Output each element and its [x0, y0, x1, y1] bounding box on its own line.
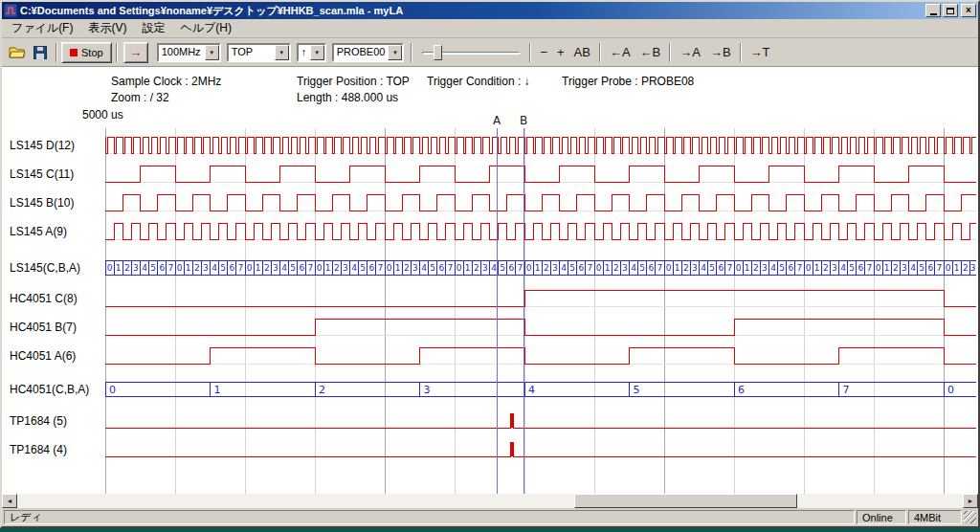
- toolbar-separator: [56, 43, 57, 62]
- ab-cursors-button[interactable]: AB: [569, 42, 595, 63]
- scroll-track[interactable]: [17, 494, 963, 508]
- dropdown-arrow-icon[interactable]: ▼: [310, 45, 324, 60]
- move-cursor-a-left-button[interactable]: ←A: [605, 42, 635, 63]
- minimize-button[interactable]: [925, 4, 941, 17]
- window-title: C:¥Documents and Settings¥noname¥デスクトップ¥…: [20, 4, 923, 18]
- svg-text:7: 7: [448, 263, 454, 273]
- probe-select[interactable]: PROBE00 ▼: [332, 43, 405, 62]
- goto-trigger-button[interactable]: →T: [746, 42, 775, 63]
- open-button[interactable]: [6, 42, 29, 63]
- toolbar-separator: [116, 43, 118, 62]
- move-cursor-b-left-button[interactable]: ←B: [635, 42, 666, 63]
- svg-text:7: 7: [727, 263, 733, 273]
- svg-text:5: 5: [709, 263, 715, 273]
- svg-text:2: 2: [963, 263, 969, 273]
- svg-text:5: 5: [569, 263, 575, 273]
- maximize-button[interactable]: [943, 4, 958, 17]
- zoom-in-button[interactable]: +: [552, 42, 569, 63]
- trigger-position-select[interactable]: TOP ▼: [227, 43, 291, 62]
- resize-grip[interactable]: [964, 511, 976, 523]
- dropdown-arrow-icon[interactable]: ▼: [388, 45, 402, 60]
- window-controls: ×: [925, 4, 976, 17]
- svg-text:7: 7: [843, 384, 850, 396]
- svg-text:5: 5: [150, 263, 156, 273]
- svg-text:3: 3: [622, 263, 628, 273]
- move-cursor-b-right-button[interactable]: →B: [705, 42, 736, 63]
- dropdown-arrow-icon[interactable]: ▼: [275, 45, 289, 60]
- svg-text:2: 2: [124, 263, 130, 273]
- svg-text:B: B: [520, 114, 527, 127]
- menu-item-view[interactable]: 表示(V): [80, 18, 134, 38]
- svg-text:2: 2: [474, 263, 479, 273]
- minimize-icon: [930, 13, 937, 15]
- menu-item-settings[interactable]: 設定: [134, 18, 172, 38]
- trigger-edge-select[interactable]: ↑ ▼: [297, 43, 326, 62]
- app-icon: [4, 4, 17, 17]
- status-memory-text: 4MBit: [914, 512, 941, 523]
- status-memory: 4MBit: [908, 510, 962, 524]
- svg-text:1: 1: [675, 263, 680, 273]
- svg-text:3: 3: [273, 263, 278, 273]
- svg-text:5: 5: [430, 263, 435, 273]
- svg-text:4: 4: [910, 263, 916, 273]
- svg-text:7: 7: [378, 263, 384, 273]
- svg-text:2: 2: [823, 263, 829, 273]
- stop-button-label: Stop: [81, 47, 103, 58]
- move-cursor-a-right-button[interactable]: →A: [675, 42, 705, 63]
- scroll-left-button[interactable]: ◄: [2, 494, 17, 508]
- svg-text:6: 6: [368, 263, 374, 273]
- svg-text:5: 5: [290, 263, 296, 273]
- titlebar[interactable]: C:¥Documents and Settings¥noname¥デスクトップ¥…: [2, 2, 978, 19]
- probe-value: PROBE00: [334, 45, 389, 60]
- svg-text:3: 3: [552, 263, 558, 273]
- svg-text:7: 7: [657, 263, 663, 273]
- svg-text:3: 3: [482, 263, 488, 273]
- status-ready-text: レディ: [10, 510, 42, 524]
- dropdown-arrow-icon[interactable]: ▼: [205, 45, 219, 60]
- svg-text:7: 7: [937, 263, 943, 273]
- open-folder-icon: [9, 46, 26, 58]
- menubar: ファイル(F) 表示(V) 設定 ヘルプ(H): [2, 19, 978, 38]
- status-online: Online: [857, 510, 906, 524]
- svg-text:4: 4: [212, 263, 217, 273]
- run-button[interactable]: →: [123, 42, 148, 63]
- svg-text:3: 3: [133, 263, 139, 273]
- svg-text:6: 6: [858, 263, 863, 273]
- save-button[interactable]: [29, 42, 52, 63]
- svg-text:6: 6: [738, 384, 745, 396]
- slider-thumb[interactable]: [434, 45, 442, 60]
- scroll-right-icon: ►: [968, 498, 974, 504]
- waveform-panel: Sample Clock : 2MHz Trigger Position : T…: [2, 67, 978, 494]
- close-icon: ×: [966, 6, 971, 15]
- svg-text:0: 0: [666, 263, 672, 273]
- svg-text:1: 1: [884, 263, 890, 273]
- stop-button[interactable]: Stop: [61, 42, 112, 63]
- scroll-thumb[interactable]: [574, 494, 797, 508]
- svg-text:0: 0: [947, 384, 954, 396]
- waveform-canvas[interactable]: 0123456701234567012345670123456701234567…: [2, 67, 978, 494]
- svg-text:0: 0: [107, 263, 113, 273]
- svg-text:0: 0: [247, 263, 253, 273]
- svg-text:1: 1: [186, 263, 191, 273]
- svg-text:6: 6: [299, 263, 304, 273]
- svg-text:2: 2: [683, 263, 689, 273]
- svg-text:4: 4: [770, 263, 776, 273]
- sample-clock-select[interactable]: 100MHz ▼: [157, 43, 221, 62]
- svg-text:6: 6: [927, 263, 933, 273]
- menu-item-file[interactable]: ファイル(F): [4, 18, 80, 38]
- zoom-slider[interactable]: [420, 42, 522, 63]
- svg-text:3: 3: [424, 384, 431, 396]
- horizontal-scrollbar[interactable]: ◄ ►: [2, 494, 978, 508]
- svg-text:0: 0: [526, 263, 532, 273]
- zoom-out-button[interactable]: −: [535, 42, 552, 63]
- scroll-right-button[interactable]: ►: [963, 494, 978, 508]
- svg-text:6: 6: [229, 263, 234, 273]
- svg-text:5: 5: [849, 263, 855, 273]
- svg-text:2: 2: [334, 263, 340, 273]
- svg-text:6: 6: [438, 263, 444, 273]
- menu-item-help[interactable]: ヘルプ(H): [172, 18, 239, 38]
- close-button[interactable]: ×: [961, 4, 976, 17]
- svg-text:1: 1: [116, 263, 122, 273]
- svg-text:2: 2: [753, 263, 759, 273]
- svg-text:3: 3: [970, 263, 976, 273]
